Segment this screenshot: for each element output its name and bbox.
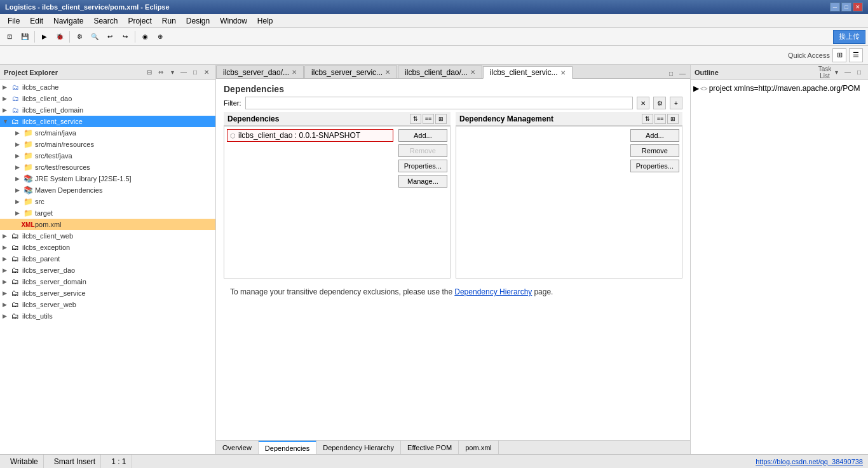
pom-tab-xml[interactable]: pom.xml bbox=[459, 441, 499, 454]
outline-minimize-btn[interactable]: — bbox=[843, 67, 853, 78]
tree-item-ilcbs-server-dao[interactable]: ▶ 🗂 ilcbs_server_dao bbox=[0, 265, 215, 276]
tree-item-ilcbs-client-dao[interactable]: ▶ 🗂 ilcbs_client_dao bbox=[0, 93, 215, 104]
dep-mgmt-group-btn[interactable]: ≡≡ bbox=[654, 114, 666, 124]
dep-mgmt-sort-btn[interactable]: ⇅ bbox=[642, 114, 653, 124]
dep-view-btn[interactable]: ⊞ bbox=[435, 114, 447, 124]
close-panel-btn[interactable]: ✕ bbox=[201, 67, 212, 78]
maximize-button[interactable]: □ bbox=[841, 3, 851, 11]
quick-access-layout-btn[interactable]: ⊞ bbox=[832, 48, 846, 62]
src-folder-icon: 📁 bbox=[23, 162, 33, 172]
dependency-hierarchy-link[interactable]: Dependency Hierarchy bbox=[454, 287, 532, 296]
project-icon: 🗂 bbox=[10, 288, 20, 298]
tree-item-src-test-resources[interactable]: ▶ 📁 src/test/resources bbox=[0, 162, 215, 173]
editor-minimize-btn[interactable]: — bbox=[677, 68, 688, 78]
dep-add-btn[interactable]: Add... bbox=[398, 129, 447, 142]
tree-arrow: ▶ bbox=[3, 279, 10, 285]
tree-item-ilcbs-exception[interactable]: ▶ 🗂 ilcbs_exception bbox=[0, 242, 215, 253]
dep-manage-btn[interactable]: Manage... bbox=[398, 175, 447, 188]
dep-mgmt-view-btn[interactable]: ⊞ bbox=[667, 114, 679, 124]
tree-item-maven-deps[interactable]: ▶ 📚 Maven Dependencies bbox=[0, 184, 215, 196]
blog-link[interactable]: https://blog.csdn.net/qq_38490738 bbox=[756, 458, 863, 465]
tree-item-jre[interactable]: ▶ 📚 JRE System Library [J2SE-1.5] bbox=[0, 173, 215, 184]
menu-help[interactable]: Help bbox=[252, 15, 278, 27]
project-icon: 🗂 bbox=[10, 277, 20, 287]
filter-options-btn[interactable]: ⚙ bbox=[653, 97, 666, 109]
tree-item-ilcbs-parent[interactable]: ▶ 🗂 ilcbs_parent bbox=[0, 253, 215, 265]
tab-close-icon[interactable]: ✕ bbox=[385, 69, 390, 76]
editor-maximize-btn[interactable]: □ bbox=[666, 68, 676, 78]
tree-item-target[interactable]: ▶ 📁 target bbox=[0, 207, 215, 219]
editor-tab-2[interactable]: ilcbs_server_servic... ✕ bbox=[304, 65, 397, 78]
dep-mgmt-add-btn[interactable]: Add... bbox=[630, 129, 679, 142]
dep-item-1[interactable]: ⬡ ilcbs_client_dao : 0.0.1-SNAPSHOT bbox=[227, 129, 393, 142]
tree-item-ilcbs-utils[interactable]: ▶ 🗂 ilcbs_utils bbox=[0, 310, 215, 322]
tree-item-ilcbs-client-service[interactable]: ▼ 🗂 ilcbs_client_service bbox=[0, 116, 215, 127]
tree-item-ilcbs-server-domain[interactable]: ▶ 🗂 ilcbs_server_domain bbox=[0, 276, 215, 287]
dep-properties-btn[interactable]: Properties... bbox=[398, 160, 447, 172]
tree-item-ilcbs-client-web[interactable]: ▶ 🗂 ilcbs_client_web bbox=[0, 230, 215, 242]
toolbar-btn5[interactable]: ↩ bbox=[103, 30, 117, 44]
menu-navigate[interactable]: Navigate bbox=[48, 15, 88, 27]
tab-close-icon[interactable]: ✕ bbox=[470, 69, 475, 76]
outline-task-list-btn[interactable]: Task List bbox=[820, 67, 830, 78]
tab-close-icon[interactable]: ✕ bbox=[292, 69, 297, 76]
dep-group-btn[interactable]: ≡≡ bbox=[423, 114, 434, 124]
filter-input[interactable] bbox=[245, 97, 634, 109]
toolbar-btn7[interactable]: ◉ bbox=[138, 30, 152, 44]
pom-tab-overview[interactable]: Overview bbox=[216, 441, 259, 454]
menu-project[interactable]: Project bbox=[123, 15, 156, 27]
menu-run[interactable]: Run bbox=[157, 15, 181, 27]
tree-item-ilcbs-server-web[interactable]: ▶ 🗂 ilcbs_server_web bbox=[0, 299, 215, 310]
outline-maximize-btn[interactable]: □ bbox=[854, 67, 864, 78]
toolbar-debug[interactable]: 🐞 bbox=[53, 30, 67, 44]
editor-tab-4[interactable]: ilcbs_client_servic... ✕ bbox=[483, 66, 573, 79]
menu-search[interactable]: Search bbox=[88, 15, 123, 27]
dep-remove-btn[interactable]: Remove bbox=[398, 144, 447, 157]
collapse-all-btn[interactable]: ⊟ bbox=[144, 67, 154, 78]
toolbar-btn8[interactable]: ⊕ bbox=[153, 30, 167, 44]
outline-title: Outline bbox=[695, 69, 719, 76]
editor-tab-3[interactable]: ilcbs_client_dao/... ✕ bbox=[398, 65, 482, 78]
tree-item-src[interactable]: ▶ 📁 src bbox=[0, 196, 215, 207]
tree-item-pom-xml[interactable]: ▶ XML pom.xml bbox=[0, 219, 215, 230]
pom-tab-dependencies[interactable]: Dependencies bbox=[259, 441, 316, 454]
dep-mgmt-properties-btn[interactable]: Properties... bbox=[630, 160, 679, 172]
menu-window[interactable]: Window bbox=[215, 15, 252, 27]
menu-design[interactable]: Design bbox=[181, 15, 215, 27]
link-editor-btn[interactable]: ⇔ bbox=[156, 67, 166, 78]
close-button[interactable]: ✕ bbox=[853, 3, 863, 11]
toolbar-save[interactable]: 💾 bbox=[18, 30, 32, 44]
quick-access-pref-btn[interactable]: ☰ bbox=[849, 48, 863, 62]
quick-access-bar: Quick Access ⊞ ☰ bbox=[0, 46, 868, 65]
dep-mgmt-remove-btn[interactable]: Remove bbox=[630, 144, 679, 157]
tree-item-src-main-java[interactable]: ▶ 📁 src/main/java bbox=[0, 127, 215, 139]
filter-add-btn[interactable]: + bbox=[670, 97, 682, 109]
pom-tab-effective[interactable]: Effective POM bbox=[401, 441, 459, 454]
minimize-button[interactable]: ─ bbox=[830, 3, 840, 11]
tree-item-ilcbs-client-domain[interactable]: ▶ 🗂 ilcbs_client_domain bbox=[0, 104, 215, 116]
dep-mgmt-controls: ⇅ ≡≡ ⊞ bbox=[642, 114, 679, 124]
menu-edit[interactable]: Edit bbox=[25, 15, 48, 27]
menu-file[interactable]: File bbox=[3, 15, 25, 27]
toolbar-new[interactable]: ⊡ bbox=[3, 30, 17, 44]
pom-tab-hierarchy[interactable]: Dependency Hierarchy bbox=[316, 441, 401, 454]
upload-button[interactable]: 接上传 bbox=[833, 30, 865, 44]
outline-menu-btn[interactable]: ▾ bbox=[831, 67, 841, 78]
tree-item-ilcbs-cache[interactable]: ▶ 🗂 ilcbs_cache bbox=[0, 81, 215, 93]
tree-item-src-test-java[interactable]: ▶ 📁 src/test/java bbox=[0, 150, 215, 162]
filter-clear-btn[interactable]: ✕ bbox=[637, 97, 649, 109]
toolbar-run[interactable]: ▶ bbox=[37, 30, 51, 44]
panel-controls: ⊟ ⇔ ▾ — □ ✕ bbox=[144, 67, 212, 78]
toolbar-btn3[interactable]: ⚙ bbox=[72, 30, 86, 44]
tab-close-icon[interactable]: ✕ bbox=[560, 69, 566, 76]
dep-item-icon: ⬡ bbox=[230, 132, 236, 139]
editor-tab-1[interactable]: ilcbs_server_dao/... ✕ bbox=[216, 65, 304, 78]
maximize-panel-btn[interactable]: □ bbox=[190, 67, 200, 78]
minimize-panel-btn[interactable]: — bbox=[179, 67, 189, 78]
tree-item-ilcbs-server-service[interactable]: ▶ 🗂 ilcbs_server_service bbox=[0, 287, 215, 299]
toolbar-btn4[interactable]: 🔍 bbox=[88, 30, 102, 44]
tree-item-src-main-resources[interactable]: ▶ 📁 src/main/resources bbox=[0, 139, 215, 150]
dep-sort-btn[interactable]: ⇅ bbox=[410, 114, 421, 124]
toolbar-btn6[interactable]: ↪ bbox=[118, 30, 132, 44]
panel-menu-btn[interactable]: ▾ bbox=[167, 67, 177, 78]
